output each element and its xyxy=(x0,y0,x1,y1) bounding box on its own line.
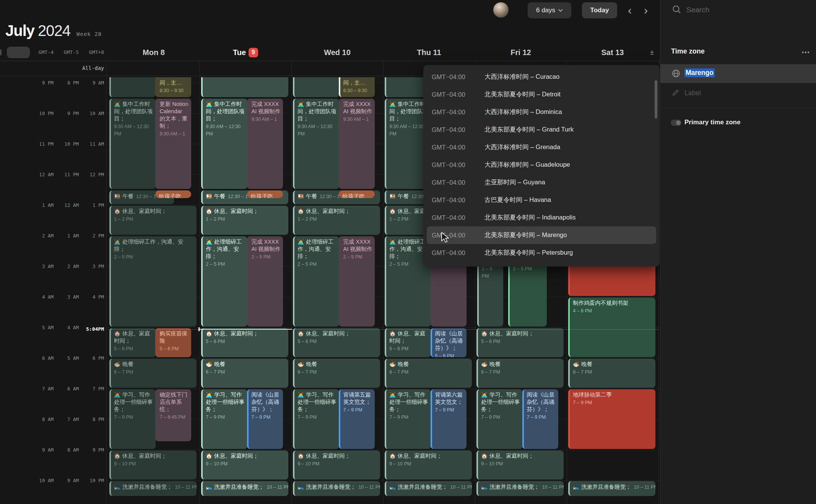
calendar-event[interactable]: 🏠休息、家庭时间；9 – 10 PM xyxy=(385,450,472,480)
calendar-event[interactable]: 🛌洗漱并且准备睡觉；10 – 11 PM xyxy=(568,481,655,496)
day-header-wed-10[interactable]: Wed 10 xyxy=(291,46,383,59)
calendar-event[interactable]: 🧑‍💻集中工作时间，处理团队项目；9:30 AM – 12:30 PM xyxy=(201,99,247,189)
view-selector-button[interactable]: 6 days xyxy=(528,2,571,18)
current-time-line xyxy=(108,329,658,330)
calendar-event[interactable]: 购买疫苗保险5 – 6 PM xyxy=(155,328,192,357)
calendar-event[interactable]: 🧑‍💻处理细碎工作，沟通、安排；2 – 5 PM xyxy=(293,236,339,327)
day-header-mon-8[interactable]: Mon 8 xyxy=(108,46,200,59)
calendar-event[interactable]: 🍜晚餐6 – 7 PM xyxy=(109,359,197,388)
calendar-event[interactable]: 🏠休息、家庭时间；1 – 2 PM xyxy=(109,206,197,235)
calendar-event[interactable]: 🧑‍💻学习、写作处理一些细碎事务；7 – 9 PM xyxy=(109,389,156,449)
timezone-option[interactable]: GMT−04:00北美东部夏令时间 – Indianapolis xyxy=(427,209,656,226)
calendar-event[interactable]: 🍜晚餐6 – 7 PM xyxy=(476,359,564,388)
calendar-event[interactable]: 🍜晚餐6 – 7 PM xyxy=(293,359,380,388)
timezone-option[interactable]: GMT−04:00大西洋标准时间 – Curacao xyxy=(427,68,656,86)
calendar-event[interactable]: 🏠休息、家庭时间；9 – 10 PM xyxy=(293,450,380,480)
calendar-event[interactable]: 🛌洗漱并且准备睡觉；10 – 11 PM xyxy=(201,481,288,496)
primary-timezone-toggle[interactable] xyxy=(671,120,681,126)
event-time: 4 – 6 PM xyxy=(573,307,653,315)
time-gutter-label: 3 AM xyxy=(30,263,54,269)
timezone-option[interactable]: GMT−04:00北美东部夏令时间 – Detroit xyxy=(427,86,656,103)
calendar-event[interactable]: 🍜晚餐6 – 7 PM xyxy=(201,359,288,388)
calendar-event[interactable]: 完成 XXXX AI 视频制作2 – 5 PM xyxy=(339,236,375,327)
calendar-event[interactable]: 给孩子吃 xyxy=(247,190,283,198)
day-header-fri-12[interactable]: Fri 12 xyxy=(475,46,567,59)
calendar-event[interactable]: 🛌洗漱并且准备睡觉；10 – 11 PM xyxy=(109,481,197,496)
calendar-event[interactable]: 🏠休息、家庭时间；9 – 10 PM xyxy=(201,450,288,480)
calendar-event[interactable]: 🧑‍💻集中工作时间，处理团队项目；9:30 AM – 12:30 PM xyxy=(293,99,339,189)
day-header-tue[interactable]: Tue9 xyxy=(200,46,291,59)
calendar-event[interactable]: 完成 XXXX AI 视频制作2 – 5 PM xyxy=(247,236,283,327)
calendar-event[interactable]: 🧑‍💻学习、写作处理一些细碎事务；7 – 9 PM xyxy=(385,389,431,449)
event-emoji-icon: 🍜 xyxy=(114,361,120,367)
calendar-event[interactable]: 🛌洗漱并且准备睡觉；10 – 11 PM xyxy=(293,481,380,496)
timezone-option[interactable]: GMT−04:00北美东部夏令时间 – Petersburg xyxy=(427,244,656,262)
mini-calendar-button[interactable] xyxy=(7,47,30,58)
calendar-event[interactable]: 间，主…8:30 – 9:30 xyxy=(155,77,192,97)
avatar[interactable] xyxy=(493,2,509,18)
search-input[interactable]: Search xyxy=(686,6,709,14)
next-button[interactable]: › xyxy=(639,5,652,16)
timezone-option[interactable]: GMT−04:00大西洋标准时间 – Guadeloupe xyxy=(427,156,656,174)
event-time: 6 – 7 PM xyxy=(389,369,469,376)
calendar-event[interactable]: 完成 XXXX AI 视频制作9:30 AM – 1 xyxy=(247,99,283,189)
timezone-option[interactable]: GMT−04:00北美东部夏令时间 – Marengo xyxy=(427,226,656,244)
calendar-event[interactable]: 🏠休息、家庭时间；1 – 2 PM xyxy=(201,206,288,235)
calendar-event[interactable]: 🧑‍💻处理细碎工作，沟通、安排；2 – 5 PM xyxy=(201,236,247,327)
timezone-option[interactable]: GMT−04:00北美东部夏令时间 – Grand Turk xyxy=(427,121,656,138)
calendar-event[interactable]: 完成 XXXX AI 视频制作9:30 AM – 1 xyxy=(339,99,375,189)
calendar-event[interactable]: 🏠休息、家庭时间；5 – 6 PM xyxy=(293,328,380,357)
calendar-event[interactable]: 🧑‍💻学习、写作处理一些细碎事务；7 – 9 PM xyxy=(476,389,523,449)
calendar-event[interactable]: 🧑‍💻学习、写作处理一些细碎事务；7 – 9 PM xyxy=(201,389,247,449)
calendar-event[interactable]: 阅读《山居杂忆（高诵芬）》；7 – 9 PM xyxy=(522,389,559,449)
day-header-sat-13[interactable]: Sat 13 xyxy=(567,46,658,59)
calendar-event[interactable]: 🏠休息、家庭时间；9 – 10 PM xyxy=(109,450,197,480)
timezone-option[interactable]: GMT−04:00圭亚那时间 – Guyana xyxy=(427,174,656,191)
label-input[interactable]: Label xyxy=(684,89,701,97)
timezone-name-input[interactable]: Marengo xyxy=(684,68,715,77)
import-export-icon[interactable]: ± xyxy=(650,49,654,57)
calendar-event[interactable]: 🍜晚餐6 – 7 PM xyxy=(385,359,472,388)
calendar-event[interactable]: 🛌洗漱并且准备睡觉；10 – 11 PM xyxy=(385,481,472,496)
event-emoji-icon: 🧑‍💻 xyxy=(389,101,396,107)
time-gutter-label: 4 PM xyxy=(80,294,104,300)
calendar-event[interactable]: 确定线下门店点单系统；7 – 8:45 PM xyxy=(155,389,192,441)
more-options-button[interactable]: ••• xyxy=(802,49,810,55)
calendar-event[interactable]: 给孩子吃 xyxy=(339,190,375,198)
calendar-event[interactable] xyxy=(293,77,339,97)
calendar-event[interactable]: 🏠休息、家庭时间；5 – 6 PM xyxy=(109,328,156,357)
calendar-event[interactable]: 🧑‍💻处理细碎工作，沟通、安排；2 – 5 PM xyxy=(109,236,197,327)
calendar-event[interactable]: 背诵第六篇英文范文；7 – 9 PM xyxy=(431,389,467,449)
calendar-event[interactable]: 🏠休息、家庭时间；5 – 6 PM xyxy=(201,328,288,357)
calendar-event[interactable]: 🍜晚餐6 – 7 PM xyxy=(568,359,655,388)
day-header-thu-11[interactable]: Thu 11 xyxy=(383,46,475,59)
calendar-event[interactable]: 阅读《山居杂忆（高诵芬）》；5 – 6 PM xyxy=(431,328,467,357)
calendar-event[interactable] xyxy=(109,77,156,97)
calendar-event[interactable]: 🧑‍💻学习、写作处理一些细碎事务；7 – 9 PM xyxy=(293,389,339,449)
calendar-event[interactable]: 制作鸡蛋内不规则书架4 – 6 PM xyxy=(568,298,655,357)
calendar-event[interactable]: 背诵第五篇英文范文；7 – 9 PM xyxy=(339,389,375,449)
calendar-event[interactable]: 地球脉动第二季7 – 9 PM xyxy=(568,389,655,449)
prev-button[interactable]: ‹ xyxy=(623,5,636,16)
timezone-option[interactable]: GMT−04:00大西洋标准时间 – Grenada xyxy=(427,138,656,156)
event-title: 🏠休息、家庭时间； xyxy=(297,208,377,215)
calendar-event[interactable]: 🛌洗漱并且准备睡觉；10 – 11 PM xyxy=(476,481,564,496)
calendar-event[interactable]: 🏠休息、家庭时间；5 – 6 PM xyxy=(385,328,431,357)
timezone-option[interactable]: GMT−04:00大西洋标准时间 – Dominica xyxy=(427,103,656,121)
calendar-event[interactable]: 🧑‍💻集中工作时间，处理团队项目；9:30 AM – 12:30 PM xyxy=(109,99,156,189)
calendar-event[interactable]: 🏠休息、家庭时间；9 – 10 PM xyxy=(476,450,564,480)
dropdown-scrollbar[interactable] xyxy=(655,80,657,119)
calendar-event[interactable]: 间，主…8:30 – 9:30 xyxy=(339,77,375,97)
collapsed-edge-button[interactable] xyxy=(0,49,2,55)
today-button[interactable]: Today xyxy=(582,2,617,18)
timezone-name-row[interactable]: Marengo xyxy=(660,64,816,83)
calendar-event[interactable]: 🏠休息、家庭时间；5 – 6 PM xyxy=(476,328,564,357)
calendar-event[interactable] xyxy=(201,77,288,97)
calendar-event[interactable]: 🏠休息、家庭时间；1 – 2 PM xyxy=(293,206,380,235)
calendar-event[interactable]: 更新 Notion Calendar 的文本，重制；9:30 AM – 1 xyxy=(155,99,192,189)
current-time-label: 5:04PM xyxy=(74,326,104,332)
gmt-column-label-2: GMT-5 xyxy=(56,49,79,55)
calendar-event[interactable]: 给孩子吃 xyxy=(155,190,192,198)
calendar-event[interactable]: 阅读《山居杂忆（高诵芬）》；7 – 9 PM xyxy=(247,389,283,449)
timezone-option[interactable]: GMT−04:00古巴夏令时间 – Havana xyxy=(427,191,656,209)
